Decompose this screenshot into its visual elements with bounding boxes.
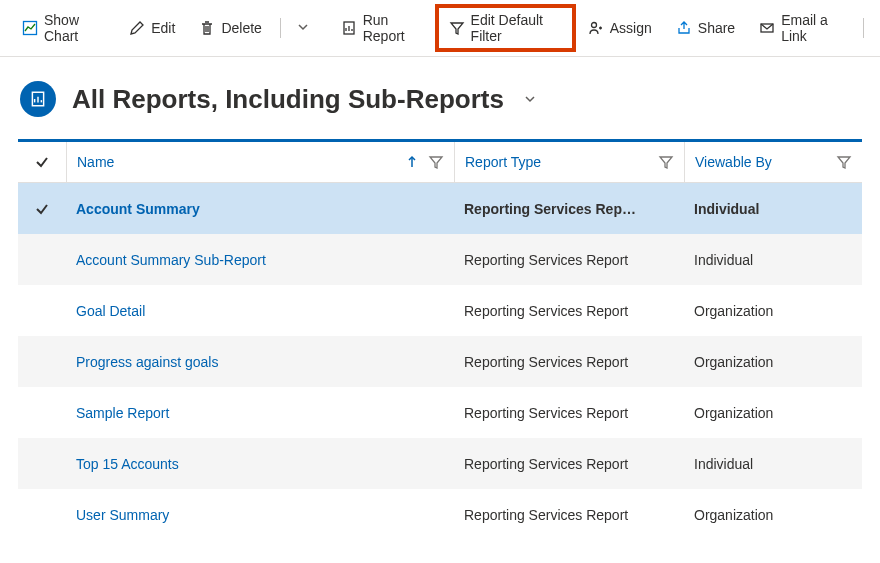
label: Report Type xyxy=(465,154,541,170)
label: Email a Link xyxy=(781,12,845,44)
cell-name[interactable]: Goal Detail xyxy=(66,303,454,319)
reports-grid: Name Report Type Viewable By Account Sum… xyxy=(18,139,862,540)
label: Run Report xyxy=(363,12,423,44)
page-header: All Reports, Including Sub-Reports xyxy=(0,57,880,139)
cell-report-type: Reporting Services Report xyxy=(454,252,684,268)
edit-button[interactable]: Edit xyxy=(117,14,187,42)
share-button[interactable]: Share xyxy=(664,14,747,42)
column-header-report-type[interactable]: Report Type xyxy=(454,142,684,182)
view-selector[interactable]: All Reports, Including Sub-Reports xyxy=(72,84,538,115)
cell-report-type: Reporting Services Rep… xyxy=(454,201,684,217)
run-report-button[interactable]: Run Report xyxy=(329,6,435,50)
label: Assign xyxy=(610,20,652,36)
cell-viewable-by: Individual xyxy=(684,456,862,472)
table-row[interactable]: Account SummaryReporting Services Rep…In… xyxy=(18,183,862,234)
table-row[interactable]: Account Summary Sub-ReportReporting Serv… xyxy=(18,234,862,285)
overflow-caret[interactable] xyxy=(287,15,319,42)
column-header-viewable-by[interactable]: Viewable By xyxy=(684,142,862,182)
cell-report-type: Reporting Services Report xyxy=(454,456,684,472)
label: Edit xyxy=(151,20,175,36)
cell-report-type: Reporting Services Report xyxy=(454,507,684,523)
cell-viewable-by: Individual xyxy=(684,252,862,268)
cell-name[interactable]: Account Summary xyxy=(66,201,454,217)
cell-name[interactable]: User Summary xyxy=(66,507,454,523)
filter-icon[interactable] xyxy=(428,154,444,170)
label: Edit Default Filter xyxy=(471,12,562,44)
table-row[interactable]: Progress against goalsReporting Services… xyxy=(18,336,862,387)
label: Share xyxy=(698,20,735,36)
select-all-header[interactable] xyxy=(18,142,66,182)
table-row[interactable]: Sample ReportReporting Services ReportOr… xyxy=(18,387,862,438)
cell-viewable-by: Organization xyxy=(684,405,862,421)
cell-report-type: Reporting Services Report xyxy=(454,354,684,370)
cell-viewable-by: Individual xyxy=(684,201,862,217)
table-row[interactable]: Goal DetailReporting Services ReportOrga… xyxy=(18,285,862,336)
label: Viewable By xyxy=(695,154,772,170)
cell-viewable-by: Organization xyxy=(684,507,862,523)
page-title-text: All Reports, Including Sub-Reports xyxy=(72,84,504,115)
chart-icon xyxy=(22,20,38,36)
chevron-down-icon xyxy=(295,19,311,35)
email-icon xyxy=(759,20,775,36)
column-header-name[interactable]: Name xyxy=(66,142,454,182)
pencil-icon xyxy=(129,20,145,36)
sort-asc-icon xyxy=(404,154,420,170)
cell-name[interactable]: Top 15 Accounts xyxy=(66,456,454,472)
table-row[interactable]: User SummaryReporting Services ReportOrg… xyxy=(18,489,862,540)
assign-button[interactable]: Assign xyxy=(576,14,664,42)
edit-default-filter-button[interactable]: Edit Default Filter xyxy=(435,4,576,52)
cell-viewable-by: Organization xyxy=(684,303,862,319)
filter-icon[interactable] xyxy=(658,154,674,170)
cell-viewable-by: Organization xyxy=(684,354,862,370)
entity-badge xyxy=(20,81,56,117)
share-icon xyxy=(676,20,692,36)
label: Delete xyxy=(221,20,261,36)
cell-report-type: Reporting Services Report xyxy=(454,303,684,319)
report-icon xyxy=(341,20,357,36)
email-link-button[interactable]: Email a Link xyxy=(747,6,857,50)
row-selector[interactable] xyxy=(18,201,66,217)
command-bar: Show Chart Edit Delete xyxy=(0,0,880,57)
cell-name[interactable]: Sample Report xyxy=(66,405,454,421)
separator xyxy=(863,18,864,38)
grid-body: Account SummaryReporting Services Rep…In… xyxy=(18,183,862,540)
show-chart-button[interactable]: Show Chart xyxy=(10,6,117,50)
label: Name xyxy=(77,154,114,170)
cell-name[interactable]: Progress against goals xyxy=(66,354,454,370)
delete-button[interactable]: Delete xyxy=(187,14,273,42)
assign-icon xyxy=(588,20,604,36)
filter-icon[interactable] xyxy=(836,154,852,170)
chevron-down-icon xyxy=(522,91,538,107)
cell-name[interactable]: Account Summary Sub-Report xyxy=(66,252,454,268)
table-row[interactable]: Top 15 AccountsReporting Services Report… xyxy=(18,438,862,489)
separator xyxy=(280,18,281,38)
svg-point-5 xyxy=(591,23,596,28)
filter-edit-icon xyxy=(449,20,465,36)
trash-icon xyxy=(199,20,215,36)
label: Show Chart xyxy=(44,12,105,44)
cell-report-type: Reporting Services Report xyxy=(454,405,684,421)
grid-header-row: Name Report Type Viewable By xyxy=(18,142,862,183)
